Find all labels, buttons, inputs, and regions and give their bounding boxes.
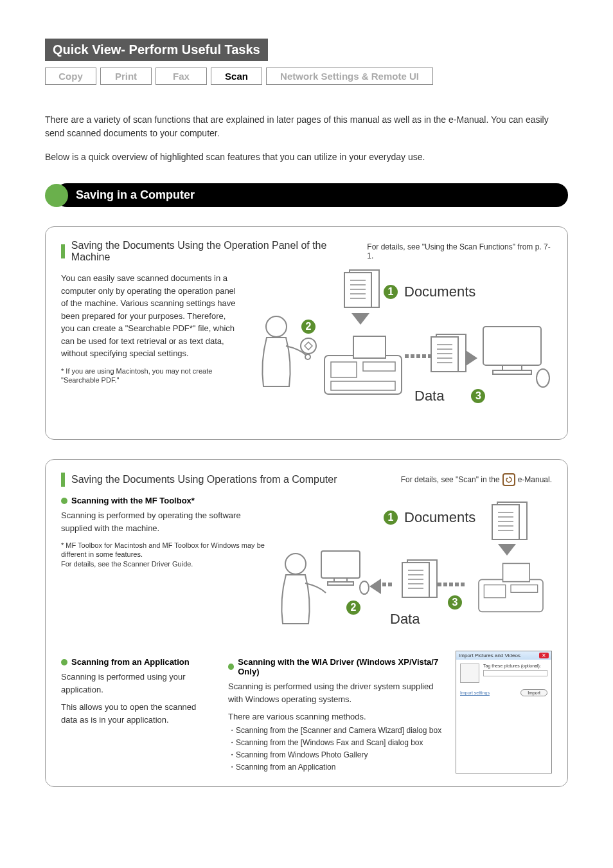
bullet-icon (228, 664, 234, 670)
card-from-computer: Saving the Documents Using Operations fr… (45, 459, 568, 787)
card-operation-panel: Saving the Documents Using the Operation… (45, 226, 568, 440)
page-title: Quick View- Perform Useful Tasks (45, 39, 268, 61)
svg-point-17 (360, 581, 369, 594)
subA-text1: Scanning is performed using your applica… (61, 671, 209, 696)
printer-icon (318, 330, 408, 407)
svg-rect-4 (353, 336, 386, 358)
arrow-down-icon (498, 544, 516, 556)
list-item: Scanning from an Application (228, 761, 445, 773)
tab-row: Copy Print Fax Scan Network Settings & R… (45, 65, 568, 87)
refresh-icon (502, 473, 515, 486)
subB-title: Scanning with the WIA Driver (Windows XP… (238, 657, 445, 676)
svg-marker-2 (305, 342, 312, 350)
svg-point-11 (537, 369, 549, 387)
intro-text-1: There are a variety of scan functions th… (45, 113, 568, 140)
tab-network[interactable]: Network Settings & Remote UI (266, 68, 433, 85)
data-icon (431, 336, 459, 372)
tab-scan[interactable]: Scan (211, 68, 262, 85)
thumbnail-icon (460, 664, 479, 683)
step-badge-1: 1 (382, 284, 399, 300)
bullet-icon (45, 184, 68, 207)
step-badge-3: 3 (447, 594, 463, 611)
step-badge-3: 3 (470, 388, 486, 404)
wia-tag-label: Tag these pictures (optional): (483, 664, 547, 668)
tab-copy[interactable]: Copy (45, 68, 96, 85)
svg-rect-8 (483, 327, 541, 365)
card2-detail: For details, see "Scan" in the e-Manual. (401, 473, 552, 486)
wia-dialog: Import Pictures and Videos ✕ Tag these p… (456, 651, 552, 773)
sub1-foot-line1: * MF Toolbox for Macintosh and MF Toolbo… (61, 541, 267, 559)
card1-detail: For details, see "Using the Scan Functio… (367, 242, 552, 260)
transfer-dots-icon (405, 354, 432, 358)
bullet-icon (61, 659, 67, 665)
svg-rect-9 (502, 365, 522, 370)
subB-text2: There are various scanning methods. (228, 710, 445, 723)
wia-tag-input[interactable] (483, 670, 547, 676)
card2-title: Saving the Documents Using Operations fr… (71, 474, 337, 485)
card1-footnote: * If you are using Macintosh, you may no… (61, 366, 241, 385)
arrow-right-icon (466, 350, 477, 366)
card1-text: You can easily save scanned documents in… (61, 272, 241, 360)
svg-rect-10 (493, 370, 531, 374)
computer-icon (318, 548, 369, 599)
sub1-title: Scanning with the MF Toolbox* (71, 496, 195, 505)
sub1-text: Scanning is performed by operating the s… (61, 509, 267, 534)
wia-import-button[interactable]: Import (520, 689, 547, 696)
svg-rect-6 (363, 362, 395, 371)
sub1-footnote: * MF Toolbox for Macintosh and MF Toolbo… (61, 541, 267, 568)
svg-rect-21 (511, 585, 538, 593)
tab-fax[interactable]: Fax (155, 68, 207, 85)
wia-settings-link[interactable]: Import settings (460, 691, 490, 695)
svg-point-13 (285, 554, 306, 574)
computer-icon (480, 323, 551, 388)
section-title: Saving in a Computer (55, 183, 568, 207)
svg-point-1 (305, 354, 310, 359)
documents-icon (492, 504, 520, 540)
svg-point-0 (266, 316, 287, 337)
list-item: Scanning from Windows Photo Gallery (228, 749, 445, 761)
list-item: Scanning from the [Windows Fax and Scan]… (228, 737, 445, 749)
svg-rect-5 (331, 362, 357, 377)
start-button-icon (300, 338, 317, 354)
sub1-heading: Scanning with the MF Toolbox* (61, 496, 552, 505)
sub1-text-block: Scanning is performed by operating the s… (61, 509, 267, 638)
intro-text-2: Below is a quick overview of highlighted… (45, 150, 568, 164)
svg-rect-7 (331, 381, 395, 390)
tab-print[interactable]: Print (100, 68, 152, 85)
section-header: Saving in a Computer (45, 183, 568, 207)
step-badge-2: 2 (300, 318, 317, 335)
documents-label: Documents (404, 284, 475, 300)
svg-rect-16 (328, 582, 353, 585)
header-container: Quick View- Perform Useful Tasks Copy Pr… (45, 39, 568, 87)
card2-diagram: 1 Documents (280, 509, 552, 638)
subB-list: Scanning from the [Scanner and Camera Wi… (228, 725, 445, 774)
title-accent-icon (61, 244, 65, 258)
title-accent-icon (61, 473, 65, 487)
svg-rect-20 (484, 585, 505, 598)
lower-columns: Scanning from an Application Scanning is… (61, 651, 552, 773)
card1-title: Saving the Documents Using the Operation… (71, 240, 361, 263)
subB-heading: Scanning with the WIA Driver (Windows XP… (228, 657, 445, 676)
printer-icon (472, 558, 549, 622)
close-icon[interactable]: ✕ (539, 653, 549, 658)
step-badge-2: 2 (345, 599, 362, 616)
subA-title: Scanning from an Application (71, 657, 190, 667)
svg-rect-19 (503, 563, 530, 581)
card1-text-block: You can easily save scanned documents in… (61, 272, 241, 426)
subA-text2: This allows you to open the scanned data… (61, 701, 209, 726)
documents-label: Documents (404, 509, 475, 526)
intro-block: There are a variety of scan functions th… (45, 113, 568, 164)
data-icon (402, 562, 430, 598)
card1-diagram: 1 Documents 2 (254, 272, 552, 426)
arrow-left-icon (369, 579, 381, 594)
transfer-dots-icon (382, 583, 392, 586)
svg-rect-14 (321, 551, 360, 578)
subB-text1: Scanning is performed using the driver s… (228, 680, 445, 705)
transfer-dots-icon (438, 583, 465, 586)
list-item: Scanning from the [Scanner and Camera Wi… (228, 725, 445, 737)
bullet-icon (61, 498, 67, 504)
arrow-down-icon (351, 313, 369, 325)
wia-title-text: Import Pictures and Videos (459, 653, 520, 658)
sub1-foot-line2: For details, see the Scanner Driver Guid… (61, 559, 267, 568)
card2-detail-pre: For details, see "Scan" in the (401, 475, 500, 484)
